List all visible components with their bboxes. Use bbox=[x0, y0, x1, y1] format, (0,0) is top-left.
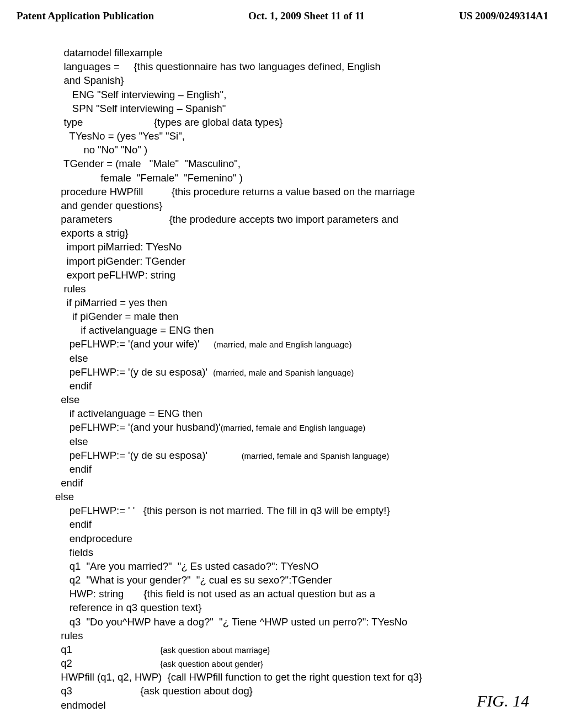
code-comment: (married, male and Spanish language) bbox=[213, 368, 354, 377]
code-line: q1 bbox=[55, 644, 160, 655]
header-mid: Oct. 1, 2009 Sheet 11 of 11 bbox=[248, 10, 365, 22]
code-line: ENG "Self interviewing – English", bbox=[55, 89, 226, 100]
code-line: q2 "What is your gender?" "¿ cual es su … bbox=[55, 574, 332, 586]
code-line: and Spanish} bbox=[55, 74, 124, 86]
code-line: procedure HWPfill {this procedure return… bbox=[55, 186, 415, 197]
code-line: else bbox=[55, 352, 88, 364]
code-line: q3 "Do you^HWP have a dog?" "¿ Tiene ^HW… bbox=[55, 616, 407, 628]
code-line: else bbox=[55, 394, 79, 405]
code-line: reference in q3 question text} bbox=[55, 602, 201, 613]
code-line: export peFLHWP: string bbox=[55, 269, 175, 281]
code-line: TGender = (male "Male" "Masculino", bbox=[55, 158, 241, 169]
code-comment: {ask question about gender} bbox=[160, 659, 263, 668]
code-listing: datamodel fillexample languages = {this … bbox=[0, 22, 565, 712]
code-line: rules bbox=[55, 630, 83, 641]
code-line: rules bbox=[55, 283, 86, 295]
code-line: HWPfill (q1, q2, HWP) {call HWPfill func… bbox=[55, 671, 422, 683]
code-line: endif bbox=[55, 477, 83, 489]
code-line: endmodel bbox=[55, 699, 106, 711]
code-line: TYesNo = (yes "Yes" "Si", bbox=[55, 130, 185, 142]
code-line: q1 "Are you married?" "¿ Es usted casado… bbox=[55, 560, 319, 572]
code-line: parameters {the prodedure accepts two im… bbox=[55, 213, 398, 225]
page-header: Patent Application Publication Oct. 1, 2… bbox=[0, 0, 565, 22]
code-line: else bbox=[55, 436, 88, 447]
header-right: US 2009/0249314A1 bbox=[459, 10, 548, 22]
code-line: peFLHWP:= '(y de su esposa)' bbox=[55, 449, 242, 461]
code-line: languages = {this questionnaire has two … bbox=[55, 61, 381, 72]
code-line: peFLHWP:= ' ' {this person is not marrie… bbox=[55, 505, 390, 516]
code-line: peFLHWP:= '(y de su esposa)' bbox=[55, 366, 213, 378]
code-line: female "Female" "Femenino" ) bbox=[55, 172, 243, 184]
code-line: exports a strig} bbox=[55, 227, 129, 239]
code-line: endif bbox=[55, 518, 92, 530]
code-line: if activelanguage = ENG then bbox=[55, 408, 202, 419]
code-line: import piMarried: TYesNo bbox=[55, 241, 182, 253]
code-line: if activelanguage = ENG then bbox=[55, 324, 214, 336]
code-line: else bbox=[55, 491, 74, 502]
code-line: HWP: string {this field is not used as a… bbox=[55, 588, 375, 599]
code-line: import piGender: TGender bbox=[55, 255, 185, 267]
code-line: type {types are global data types} bbox=[55, 116, 282, 128]
code-line: peFLHWP:= '(and your husband)' bbox=[55, 421, 221, 433]
code-line: if piGender = male then bbox=[55, 311, 179, 322]
code-line: endif bbox=[55, 463, 92, 475]
code-line: endprocedure bbox=[55, 533, 132, 544]
code-line: datamodel fillexample bbox=[55, 47, 162, 58]
code-line: SPN "Self interviewing – Spanish" bbox=[55, 103, 226, 114]
code-line: peFLHWP:= '(and your wife)' bbox=[55, 338, 214, 350]
code-line: q2 bbox=[55, 657, 160, 669]
code-line: q3 {ask question about dog} bbox=[55, 685, 253, 697]
figure-label: FIG. 14 bbox=[477, 692, 529, 710]
code-line: fields bbox=[55, 547, 93, 558]
code-comment: {ask question about marriage} bbox=[160, 645, 270, 655]
header-left: Patent Application Publication bbox=[17, 10, 154, 22]
code-comment: (married, female and English language) bbox=[221, 423, 366, 432]
code-comment: (married, female and Spanish language) bbox=[242, 451, 390, 461]
code-line: and gender questions} bbox=[55, 200, 162, 211]
code-line: endif bbox=[55, 380, 92, 392]
code-line: if piMarried = yes then bbox=[55, 297, 167, 308]
code-line: no "No" "No" ) bbox=[55, 144, 147, 156]
code-comment: (married, male and English language) bbox=[214, 340, 351, 349]
